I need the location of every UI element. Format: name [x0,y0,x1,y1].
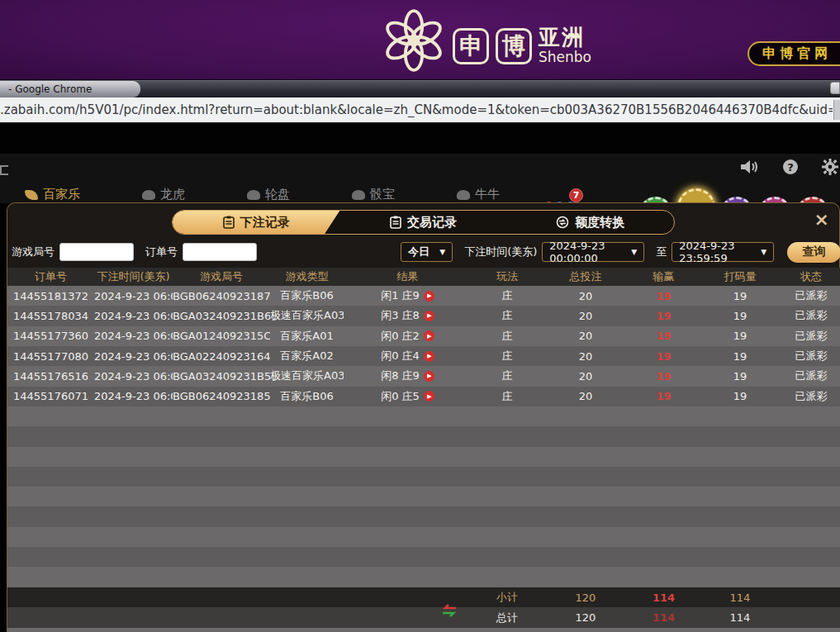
browser-urlbar[interactable]: .zabaih.com/h5V01/pc/index.html?return=a… [0,97,840,124]
browser-titlebar[interactable]: - Google Chrome [0,80,840,97]
nav-item-4[interactable]: 牛牛 [457,187,500,202]
end-time-select[interactable]: 2024-9-23 23:59:59▼ [672,242,774,262]
table-row[interactable]: 144551765162024-9-23 06:08BGA032409231B5… [7,366,840,386]
subtotal-winlose: 114 [629,592,699,604]
screen: 申 博 亚洲 Shenbo 申博官网 - Google Chrome .zaba… [0,0,840,632]
col-header-7: 输赢 [629,269,699,284]
col-header-4: 结果 [344,269,472,284]
table-body: 144551813722024-9-23 06:09BGB06240923187… [7,286,840,587]
total-row: 总计 120 114 114 [7,607,840,628]
flower-logo-icon [382,7,446,74]
date-range-select[interactable]: 今日▼ [401,242,453,262]
subtotal-label: 小计 [472,590,543,605]
order-no-label: 订单号 [145,245,178,259]
result-text: 闲0 庄4 [381,349,420,364]
bet-time-label: 下注时间(美东) [464,245,537,259]
game-nav-icon [142,190,155,200]
chevron-down-icon: ▼ [761,248,766,256]
col-header-2: 游戏局号 [173,269,270,284]
empty-table-stripe [7,426,840,446]
url-text[interactable]: .zabaih.com/h5V01/pc/index.html?return=a… [0,102,833,117]
col-header-8: 打码量 [699,269,781,284]
speaker-icon[interactable] [739,159,759,175]
game-nav-icon [247,190,260,200]
table-row[interactable]: 144551813722024-9-23 06:09BGB06240923187… [7,286,840,306]
logo-region-text: 亚洲 [539,26,591,48]
query-button[interactable]: 查询 [787,242,840,263]
table-row[interactable]: 144551760712024-9-23 06:08BGB06240923185… [7,387,840,406]
empty-table-stripe [7,406,840,426]
records-modal: 下注记录交易记录额度转换 × 游戏局号 订单号 今日▼ 下注时间(美东) 202… [7,202,840,632]
credit-transfer-icon [556,216,569,229]
result-text: 闲0 庄5 [381,389,420,404]
table-header-row: 订单号下注时间(美东)游戏局号游戏类型结果玩法总投注输赢打码量状态 [7,268,840,286]
nav-item-0[interactable]: 百家乐 [25,187,80,202]
play-icon[interactable]: ▶ [424,351,434,362]
tab-0[interactable]: 下注记录 [173,211,339,234]
result-text: 闲3 庄8 [381,308,420,323]
site-header: 申 博 亚洲 Shenbo 申博官网 [0,0,840,80]
col-header-6: 总投注 [543,269,629,284]
game-nav-icon [25,190,38,200]
empty-table-stripe [7,547,840,567]
table-row[interactable]: 144551773602024-9-23 06:08BGA0124092315C… [7,326,840,346]
modal-tabbar: 下注记录交易记录额度转换 [172,210,675,235]
window-control-button[interactable] [830,82,840,94]
logo-char-bo: 博 [496,28,532,64]
col-header-3: 游戏类型 [270,269,344,284]
help-icon[interactable]: ? [782,159,799,175]
empty-table-stripe [7,467,840,487]
chevron-down-icon: ▼ [439,248,445,256]
table-row[interactable]: 144551780342024-9-23 06:08BGA032409231B6… [7,306,840,326]
play-icon[interactable]: ▶ [424,371,434,382]
nav-item-2[interactable]: 轮盘 [247,187,290,202]
play-icon[interactable]: ▶ [424,391,434,402]
col-header-5: 玩法 [472,269,543,284]
play-icon[interactable]: ▶ [424,291,434,302]
subtotal-bet: 120 [543,592,629,604]
empty-table-stripe [7,487,840,506]
total-turnover: 114 [699,611,781,624]
chevron-down-icon: ▼ [631,248,637,256]
window-title: - Google Chrome [0,81,140,97]
start-time-select[interactable]: 2024-9-23 00:00:00▼ [542,242,644,262]
result-text: 闲0 庄2 [381,329,420,344]
col-header-0: 订单号 [7,269,94,284]
col-header-1: 下注时间(美东) [94,269,173,284]
logo-brand-text: Shenbo [539,50,591,64]
collapse-panel-icon[interactable] [0,165,8,175]
bottom-strip [7,628,840,632]
empty-table-stripe [7,447,840,467]
filter-row: 游戏局号 订单号 今日▼ 下注时间(美东) 2024-9-23 00:00:00… [7,241,840,263]
result-text: 闲8 庄9 [381,368,420,383]
play-icon[interactable]: ▶ [424,311,434,321]
official-site-button[interactable]: 申博官网 [747,41,840,66]
tab-2[interactable]: 额度转换 [507,211,674,234]
refresh-swap-icon[interactable] [440,604,458,617]
game-round-input[interactable] [59,243,134,261]
total-winlose: 114 [629,611,699,624]
svg-text:?: ? [787,161,794,173]
notification-badge: 7 [569,188,583,202]
game-nav-icon [457,190,470,200]
transaction-records-icon [390,216,401,229]
bet-records-icon [223,216,235,229]
empty-table-stripe [7,567,840,587]
close-icon[interactable]: × [814,211,829,228]
urlbar-scroll-handle[interactable] [833,100,840,120]
order-no-input[interactable] [183,243,257,261]
total-bet: 120 [543,611,629,624]
nav-item-1[interactable]: 龙虎 [142,187,185,202]
total-label: 总计 [496,611,518,624]
game-nav-icon [352,190,365,200]
nav-item-3[interactable]: 骰宝 [352,187,395,202]
tab-1[interactable]: 交易记录 [339,211,506,234]
game-type-nav: 百家乐龙虎轮盘骰宝牛牛 [25,187,500,202]
table-row[interactable]: 144551770802024-9-23 06:08BGA02240923164… [7,346,840,366]
game-round-label: 游戏局号 [12,245,55,259]
gear-icon[interactable] [822,159,838,175]
empty-table-stripe [7,527,840,547]
logo-char-shen: 申 [453,28,489,64]
to-label: 至 [656,245,667,259]
play-icon[interactable]: ▶ [424,330,434,341]
